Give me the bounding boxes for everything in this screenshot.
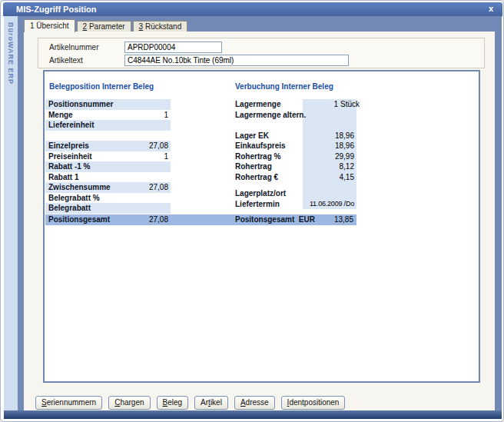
table-row: Menge1 <box>45 110 171 121</box>
row-label: Rohertrag <box>235 161 303 172</box>
row-label: Rabatt 1 <box>45 172 124 183</box>
row-label: Zwischensumme <box>45 182 124 193</box>
tab-label: Übersicht <box>35 22 69 30</box>
totals-row: Positionsgesamt 27,08 Positonsgesamt EUR… <box>45 214 356 225</box>
row-value <box>303 110 356 121</box>
tab-rueckstand[interactable]: 3 Rückstand <box>133 21 188 32</box>
identpositionen-button[interactable]: Identpositionen <box>281 396 346 410</box>
row-value <box>124 193 171 204</box>
artikeltext-input[interactable] <box>124 55 349 66</box>
row-value: 1 <box>124 110 171 121</box>
field-row: Artikelnummer <box>49 42 479 53</box>
row-label: Liefertermin <box>235 199 303 210</box>
row-label: Menge <box>45 110 124 121</box>
row-label: Belegrabatt % <box>45 193 124 204</box>
row-value: 1 <box>124 151 171 162</box>
row-label: Preiseinheit <box>45 151 124 162</box>
row-label: Rabatt -1 % <box>45 161 124 172</box>
button-row: Seriennummern Chargen Beleg Artikel Adre… <box>35 396 345 410</box>
tab-label: Rückstand <box>143 22 181 31</box>
beleg-button[interactable]: Beleg <box>157 396 189 410</box>
left-section-title: Belegposition Interner Beleg <box>49 82 154 91</box>
row-spacer <box>45 131 171 141</box>
row-value <box>124 161 171 172</box>
mis-zugriff-window: MIS-Zugriff Position x BüroWARE ERP 1 Üb… <box>0 0 504 422</box>
close-icon[interactable]: x <box>489 2 493 16</box>
row-label: Einkaufspreis <box>235 141 303 151</box>
table-row: Rabatt 1 <box>45 172 171 183</box>
row-label: Lagerplatz/ort <box>235 188 303 199</box>
table-row: Belegrabatt <box>45 203 171 214</box>
row-value: 27,08 <box>124 182 171 193</box>
artikeltext-label: Artikeltext <box>49 56 83 65</box>
adresse-button[interactable]: Adresse <box>234 396 275 410</box>
row-label: Belegrabatt <box>45 203 124 214</box>
artikelnummer-input[interactable] <box>124 42 222 53</box>
row-label: Positionsnummer <box>45 99 124 110</box>
table-row: Rabatt -1 % <box>45 161 171 172</box>
table-row: Lager EK18,96 <box>235 131 356 141</box>
brand-banner: BüroWARE ERP <box>4 16 18 410</box>
row-label: Lager EK <box>235 131 303 141</box>
field-row: Artikeltext <box>49 55 479 66</box>
window-body: 1 Übersicht 2 Parameter 3 Rückstand Arti… <box>18 16 502 410</box>
titlebar[interactable]: MIS-Zugriff Position x <box>3 2 502 16</box>
row-value: 11.06.2009 /Do <box>303 199 356 210</box>
table-row: Einzelpreis27,08 <box>45 141 171 151</box>
article-groupbox: Artikelnummer Artikeltext <box>38 38 485 68</box>
window-bottom-edge <box>4 410 502 419</box>
row-unit: Stück <box>340 99 356 110</box>
tab-uebersicht[interactable]: 1 Übersicht <box>24 19 75 32</box>
row-value: 18,96 <box>303 131 356 141</box>
row-value: 4,15 <box>303 172 356 183</box>
table-row: Zwischensumme27,08 <box>45 182 171 193</box>
artikelnummer-label: Artikelnummer <box>49 43 98 52</box>
row-label: Lagermenge altern. <box>235 110 303 121</box>
table-row: Einkaufspreis18,96 <box>235 141 356 151</box>
tab-parameter[interactable]: 2 Parameter <box>77 21 131 32</box>
tab-strip: 1 Übersicht 2 Parameter 3 Rückstand <box>24 19 189 32</box>
row-value: 29,99 <box>303 151 356 162</box>
brand-text: BüroWARE ERP <box>7 22 15 85</box>
tab-label: Parameter <box>87 22 124 31</box>
tab-page-uebersicht: Artikelnummer Artikeltext Belegposition … <box>24 32 495 410</box>
left-column: Positionsnummer Menge1 Liefereinheit Ein… <box>45 99 171 214</box>
row-value <box>303 188 356 199</box>
row-label: Einzelpreis <box>45 141 124 151</box>
row-label: Lagermenge <box>235 99 303 110</box>
seriennummern-button[interactable]: Seriennummern <box>35 396 102 410</box>
table-row: Rohertrag €4,15 <box>235 172 356 183</box>
table-row: Rohertrag %29,99 <box>235 151 356 162</box>
artikel-button[interactable]: Artikel <box>194 396 228 410</box>
row-value <box>124 203 171 214</box>
row-value: 18,96 <box>303 141 356 151</box>
row-label: Rohertrag € <box>235 172 303 183</box>
right-section-title: Verbuchung Interner Beleg <box>235 82 333 91</box>
row-value: 8,12 <box>303 161 356 172</box>
window-title: MIS-Zugriff Position <box>16 5 96 14</box>
row-label: Rohertrag % <box>235 151 303 162</box>
row-value <box>124 172 171 183</box>
total-right-value: 13,85 <box>299 214 353 225</box>
table-row: Lagerplatz/ort <box>235 188 356 199</box>
table-row: Rohertrag8,12 <box>235 161 356 172</box>
right-column: Lagermenge1Stück Lagermenge altern. Lage… <box>235 99 356 209</box>
row-label: Liefereinheit <box>45 120 124 131</box>
table-row: Lagermenge1Stück <box>235 99 356 110</box>
total-left-value: 27,08 <box>107 214 168 225</box>
table-row: Preiseinheit1 <box>45 151 171 162</box>
table-row: Lagermenge altern. <box>235 110 356 121</box>
table-row: Liefereinheit <box>45 120 171 131</box>
row-value <box>124 120 171 131</box>
row-value: 27,08 <box>124 141 171 151</box>
row-value <box>124 99 171 110</box>
table-row: Positionsnummer <box>45 99 171 110</box>
row-value: 1 <box>303 99 340 110</box>
chargen-button[interactable]: Chargen <box>108 396 150 410</box>
total-left-label: Positionsgesamt <box>48 214 110 225</box>
position-detail-panel: Belegposition Interner Beleg Verbuchung … <box>43 70 480 383</box>
table-row: Liefertermin11.06.2009 /Do <box>235 199 356 210</box>
table-row: Belegrabatt % <box>45 193 171 204</box>
